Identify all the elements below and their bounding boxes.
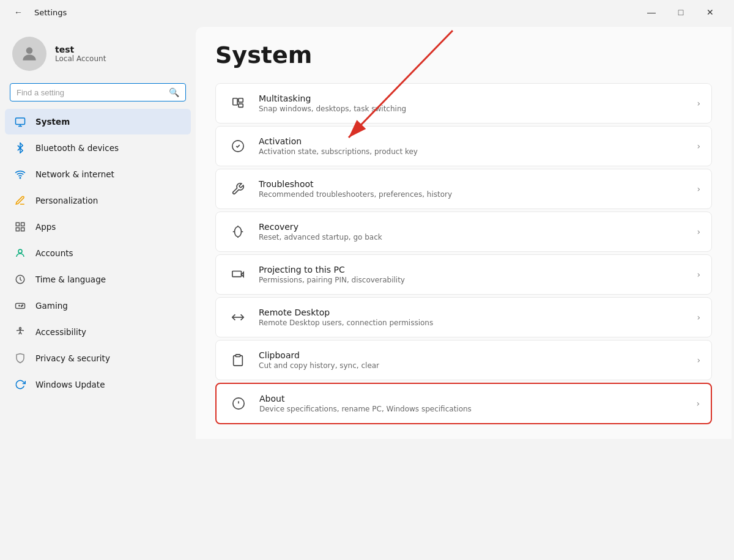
svg-point-4 [20, 177, 21, 179]
network-icon [13, 168, 27, 181]
search-button[interactable]: 🔍 [169, 87, 179, 97]
setting-name: Multitasking [259, 94, 687, 103]
chevron-right-icon: › [697, 270, 700, 279]
activation-icon [227, 135, 249, 157]
update-icon [13, 378, 27, 391]
sidebar-item-time[interactable]: Time & language [5, 267, 191, 292]
sidebar-item-label: Apps [35, 222, 56, 232]
setting-desc: Recommended troubleshooters, preferences… [259, 190, 687, 199]
main-content: System Multitasking Snap windows, deskto… [196, 27, 732, 439]
setting-desc: Permissions, pairing PIN, discoverabilit… [259, 276, 687, 284]
user-info: test Local Account [55, 45, 106, 63]
sidebar-item-update[interactable]: Windows Update [5, 372, 191, 397]
projecting-icon [227, 263, 249, 286]
close-icon: ✕ [706, 7, 714, 17]
system-icon [13, 115, 27, 128]
setting-item-recovery[interactable]: Recovery Reset, advanced startup, go bac… [215, 212, 712, 252]
svg-rect-7 [16, 228, 19, 231]
gaming-icon [13, 299, 27, 312]
search-icon: 🔍 [169, 87, 179, 97]
sidebar-item-label: Bluetooth & devices [35, 143, 119, 153]
setting-item-clipboard[interactable]: Clipboard Cut and copy history, sync, cl… [215, 340, 712, 380]
chevron-right-icon: › [697, 141, 700, 151]
chevron-right-icon: › [697, 355, 700, 365]
maximize-button[interactable]: □ [667, 2, 695, 22]
accessibility-icon [13, 325, 27, 339]
sidebar-item-privacy[interactable]: Privacy & security [5, 345, 191, 371]
setting-item-activation[interactable]: Activation Activation state, subscriptio… [215, 126, 712, 166]
sidebar-item-label: Privacy & security [35, 353, 110, 363]
time-icon [13, 273, 27, 286]
back-button[interactable]: ← [10, 4, 27, 21]
sidebar-item-accounts[interactable]: Accounts [5, 240, 191, 266]
privacy-icon [13, 352, 27, 365]
sidebar-item-system[interactable]: System [5, 109, 191, 134]
remote-icon [227, 306, 249, 328]
clipboard-icon [227, 349, 249, 371]
user-avatar-icon [20, 44, 39, 64]
svg-rect-22 [232, 271, 242, 277]
sidebar-item-label: Accounts [35, 248, 73, 258]
chevron-right-icon: › [697, 312, 700, 322]
svg-rect-8 [21, 228, 24, 231]
setting-desc: Snap windows, desktops, task switching [259, 105, 687, 113]
sidebar-item-label: Accessibility [35, 327, 86, 337]
user-type: Local Account [55, 54, 106, 63]
page-title: System [215, 42, 712, 68]
sidebar-item-apps[interactable]: Apps [5, 214, 191, 240]
setting-name: Projecting to this PC [259, 265, 687, 274]
svg-rect-6 [21, 223, 24, 226]
minimize-icon: — [647, 7, 656, 17]
search-input[interactable] [17, 88, 164, 97]
sidebar-item-bluetooth[interactable]: Bluetooth & devices [5, 135, 191, 161]
search-box: 🔍 [10, 83, 186, 101]
apps-icon [13, 220, 27, 234]
setting-desc: Activation state, subscriptions, product… [259, 147, 687, 156]
setting-desc: Reset, advanced startup, go back [259, 233, 687, 241]
svg-point-16 [20, 328, 21, 330]
user-profile[interactable]: test Local Account [0, 24, 196, 81]
setting-item-remote[interactable]: Remote Desktop Remote Desktop users, con… [215, 297, 712, 337]
setting-item-projecting[interactable]: Projecting to this PC Permissions, pairi… [215, 254, 712, 295]
sidebar-item-label: Network & internet [35, 169, 114, 179]
recovery-icon [227, 221, 249, 243]
svg-rect-5 [16, 223, 19, 226]
setting-name: About [259, 394, 686, 403]
window-controls: — □ ✕ [637, 2, 724, 22]
sidebar-item-accessibility[interactable]: Accessibility [5, 319, 191, 345]
setting-desc: Cut and copy history, sync, clear [259, 361, 687, 370]
setting-item-about[interactable]: About Device specifications, rename PC, … [215, 383, 712, 424]
close-button[interactable]: ✕ [696, 2, 724, 22]
sidebar-item-gaming[interactable]: Gaming [5, 293, 191, 319]
sidebar-item-label: Gaming [35, 301, 68, 311]
troubleshoot-icon [227, 178, 249, 200]
chevron-right-icon: › [697, 98, 700, 108]
setting-item-multitasking[interactable]: Multitasking Snap windows, desktops, tas… [215, 83, 712, 123]
setting-name: Troubleshoot [259, 179, 687, 189]
user-name: test [55, 45, 106, 54]
svg-point-15 [21, 306, 23, 307]
sidebar: test Local Account 🔍 System Bluetooth & … [0, 24, 196, 560]
chevron-right-icon: › [697, 227, 700, 237]
setting-name: Remote Desktop [259, 308, 687, 317]
nav-list: System Bluetooth & devices Network & int… [0, 109, 196, 397]
sidebar-item-network[interactable]: Network & internet [5, 161, 191, 187]
setting-desc: Remote Desktop users, connection permiss… [259, 319, 687, 327]
svg-point-9 [18, 249, 22, 253]
setting-name: Recovery [259, 222, 687, 232]
minimize-button[interactable]: — [637, 2, 665, 22]
svg-point-21 [235, 227, 242, 237]
title-bar: ← Settings — □ ✕ [0, 0, 734, 24]
app-body: test Local Account 🔍 System Bluetooth & … [0, 24, 734, 560]
personalization-icon [13, 194, 27, 207]
app-title: Settings [34, 8, 67, 17]
sidebar-item-personalization[interactable]: Personalization [5, 188, 191, 213]
setting-item-troubleshoot[interactable]: Troubleshoot Recommended troubleshooters… [215, 169, 712, 209]
multitasking-icon [227, 92, 249, 114]
setting-name: Clipboard [259, 350, 687, 360]
back-icon: ← [14, 7, 23, 17]
maximize-icon: □ [678, 7, 683, 17]
setting-desc: Device specifications, rename PC, Window… [259, 405, 686, 413]
avatar [12, 37, 46, 71]
svg-point-0 [26, 47, 33, 54]
